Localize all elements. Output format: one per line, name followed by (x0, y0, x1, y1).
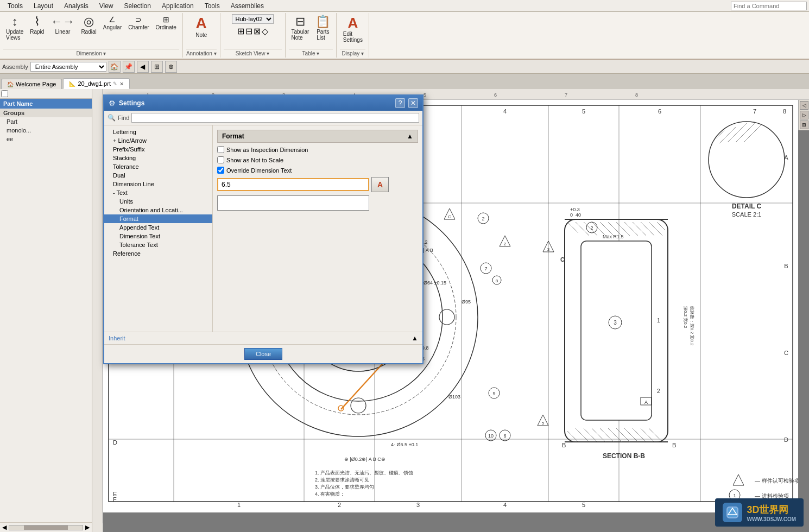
dialog-titlebar: ⚙ Settings ? ✕ (104, 96, 422, 111)
label-inspection[interactable]: Show as Inspection Dimension (217, 146, 308, 153)
ribbon-btn-radial[interactable]: ◎ Radial (78, 14, 99, 42)
ribbon-btn-parts-list[interactable]: 📋 PartsList (313, 14, 333, 42)
label-override[interactable]: Override Dimension Text (217, 167, 292, 174)
ribbon-btn-edit-settings[interactable]: A EditSettings (340, 14, 365, 45)
footer-expand-icon[interactable]: ▲ (412, 334, 418, 342)
dialog-close-btn[interactable]: Close (244, 348, 282, 360)
sidebar-section-part[interactable]: Part (0, 117, 92, 126)
sketch-tool-4[interactable]: ◇ (262, 26, 268, 36)
ribbon-btn-rapid[interactable]: ⌇ Rapid (27, 14, 47, 42)
ribbon-group-annotation: A Note Annotation ▾ (183, 13, 220, 58)
checkbox-not-to-scale[interactable] (217, 156, 224, 163)
format-section-header[interactable]: Format ▲ (217, 130, 418, 143)
doc-tabs: 🏠 Welcome Page 📐 20_dwg1.prt ✎ ✕ (0, 74, 809, 89)
tab-welcome[interactable]: 🏠 Welcome Page (1, 79, 62, 89)
form-row-not-to-scale: Show as Not to Scale (217, 156, 418, 163)
assembly-select[interactable]: Entire Assembly (30, 62, 106, 72)
dim-text-format-btn[interactable]: A (371, 177, 389, 192)
ribbon-btn-update-label: UpdateViews (6, 29, 23, 41)
tree-item-line-arrow[interactable]: + Line/Arrow (104, 136, 212, 145)
toolbar-btn-pin[interactable]: 📌 (123, 61, 135, 73)
sketch-tool-3[interactable]: ⊠ (254, 26, 261, 36)
sketch-view-select[interactable]: Hub-lay02 (232, 14, 274, 24)
checkbox-override[interactable] (217, 167, 224, 174)
sidebar-scrollbar[interactable]: ◀ ▶ (0, 522, 92, 532)
menu-selection[interactable]: Selection (119, 1, 156, 11)
menu-application[interactable]: Application (156, 1, 199, 11)
toolbar-btn-expand[interactable]: ⊞ (151, 61, 163, 73)
toolbar-btn-nav[interactable]: ⊕ (165, 61, 177, 73)
linear-icon: ←→ (50, 16, 74, 28)
menu-tools[interactable]: Tools (2, 1, 28, 11)
toolbar-btn-back[interactable]: ◀ (137, 61, 149, 73)
format-collapse-icon: ▲ (407, 132, 413, 140)
tab-drawing-close[interactable]: ✕ (119, 81, 124, 87)
tab-welcome-icon: 🏠 (7, 81, 14, 87)
tree-item-units[interactable]: Units (104, 197, 212, 206)
tree-item-prefix-suffix[interactable]: Prefix/Suffix (104, 145, 212, 154)
scrollbar-track[interactable] (9, 525, 83, 530)
ribbon-btn-tabular[interactable]: ⊟ TabularNote (289, 14, 312, 42)
sidebar-item-ee[interactable]: ee (0, 135, 92, 143)
command-search-input[interactable] (731, 2, 807, 10)
inherit-link[interactable]: Inherit (109, 335, 125, 341)
ribbon-btn-note-label: Note (195, 32, 207, 38)
scroll-right-btn[interactable]: ▶ (85, 524, 90, 531)
ribbon-btn-ordinate[interactable]: ⊞ Ordinate (153, 14, 179, 42)
scroll-left-btn[interactable]: ◀ (2, 524, 7, 531)
tree-item-tolerance-text[interactable]: Tolerance Text (104, 240, 212, 249)
label-not-to-scale[interactable]: Show as Not to Scale (217, 156, 283, 163)
dialog-footer: Inherit ▲ (104, 332, 422, 344)
ribbon-btn-linear-label: Linear (55, 29, 70, 35)
settings-dialog: ⚙ Settings ? ✕ 🔍 Find Lettering + L (103, 94, 424, 364)
menu-assemblies[interactable]: Assemblies (225, 1, 269, 11)
tab-drawing[interactable]: 📐 20_dwg1.prt ✎ ✕ (63, 78, 130, 89)
angular-icon: ∠ (109, 16, 116, 23)
tree-item-tolerance[interactable]: Tolerance (104, 162, 212, 171)
assembly-label: Assembly (2, 64, 28, 70)
radial-icon: ◎ (84, 16, 94, 28)
tree-item-dimension-text[interactable]: Dimension Text (104, 232, 212, 240)
checkbox-inspection[interactable] (217, 146, 224, 153)
menu-tools2[interactable]: Tools (199, 1, 225, 11)
sidebar-checkbox[interactable] (1, 90, 8, 97)
ribbon-btn-linear[interactable]: ←→ Linear (48, 14, 77, 42)
tree-item-dimension-line[interactable]: Dimension Line (104, 180, 212, 188)
dialog-close-title-btn[interactable]: ✕ (408, 98, 418, 108)
left-sidebar: Part Name Groups Part monolo... ee ◀ ▶ (0, 89, 92, 532)
scrollbar-thumb (24, 525, 68, 530)
sidebar-item-monolo[interactable]: monolo... (0, 126, 92, 135)
label-inspection-text: Show as Inspection Dimension (226, 147, 308, 153)
sketch-tool-1[interactable]: ⊞ (237, 26, 244, 36)
tree-item-lettering[interactable]: Lettering (104, 128, 212, 136)
dialog-search-input[interactable] (131, 113, 419, 123)
ribbon-btn-chamfer[interactable]: ⊃ Chamfer (125, 14, 151, 42)
main-area: Part Name Groups Part monolo... ee ◀ ▶ 1… (0, 89, 809, 532)
menu-layout[interactable]: Layout (28, 1, 59, 11)
tree-item-text[interactable]: - Text (104, 188, 212, 197)
dim-text-value-input[interactable] (217, 178, 369, 191)
menu-analysis[interactable]: Analysis (59, 1, 94, 11)
ribbon-group-sketch: Hub-lay02 ⊞ ⊟ ⊠ ◇ Sketch View ▾ (220, 13, 286, 58)
dialog-help-btn[interactable]: ? (395, 98, 405, 108)
ribbon-btn-angular[interactable]: ∠ Angular (100, 14, 124, 42)
tab-drawing-icon: 📐 (69, 81, 75, 87)
ribbon-btn-note[interactable]: A Note (192, 14, 211, 40)
tree-item-orientation[interactable]: Orientation and Locati... (104, 206, 212, 214)
tree-item-appended[interactable]: Appended Text (104, 223, 212, 232)
menu-view[interactable]: View (94, 1, 119, 11)
tree-item-stacking[interactable]: Stacking (104, 154, 212, 162)
ribbon-display-label: Display ▾ (340, 49, 365, 56)
ribbon-btn-edit-settings-label: EditSettings (343, 31, 363, 43)
tree-item-format[interactable]: Format (104, 214, 212, 223)
dialog-overlay: ⚙ Settings ? ✕ 🔍 Find Lettering + L (92, 89, 809, 532)
tree-item-dual[interactable]: Dual (104, 171, 212, 180)
tree-item-reference[interactable]: Reference (104, 249, 212, 258)
label-override-text: Override Dimension Text (226, 167, 292, 174)
tab-drawing-label: 20_dwg1.prt (78, 80, 111, 87)
sketch-tool-2[interactable]: ⊟ (245, 26, 252, 36)
tab-drawing-modified: ✎ (113, 81, 117, 86)
dim-text-btn-label: A (377, 180, 383, 189)
ribbon-btn-update-views[interactable]: ↕ UpdateViews (3, 14, 26, 42)
toolbar-btn-home[interactable]: 🏠 (109, 61, 121, 73)
